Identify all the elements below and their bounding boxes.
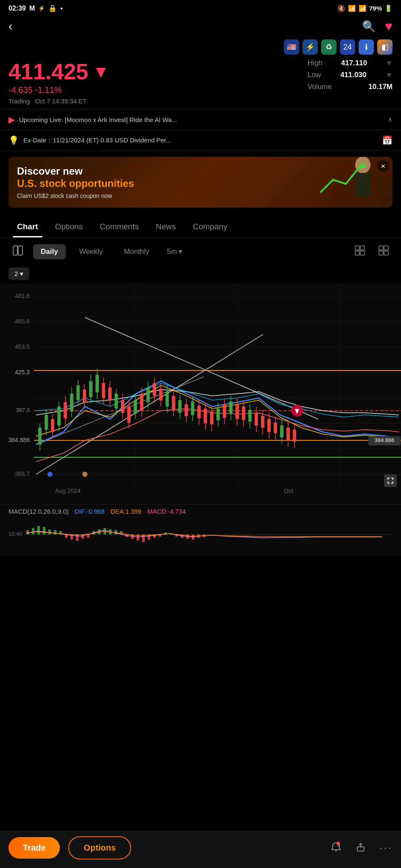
svg-rect-135	[54, 530, 56, 534]
weekly-button[interactable]: Weekly	[72, 244, 110, 259]
price-value: 411.425	[8, 59, 88, 84]
macd-chart-area: 10.40	[8, 517, 393, 551]
high-label: High	[308, 59, 322, 67]
tab-news[interactable]: News	[147, 218, 185, 237]
stat-row-volume: Volume 10.17M	[308, 83, 393, 91]
svg-text:465.6: 465.6	[15, 317, 30, 324]
more-button[interactable]: ···	[379, 841, 393, 854]
options-button[interactable]: Options	[68, 836, 131, 860]
exchange-icon-blue: ⚡	[303, 39, 318, 55]
email-icon: M	[29, 5, 35, 12]
trading-info: Trading Oct 7 14:39:34 ET	[8, 97, 393, 105]
chart-tabs: Chart Options Comments News Company	[0, 214, 401, 238]
tab-options[interactable]: Options	[47, 218, 91, 237]
svg-rect-132	[37, 526, 40, 534]
svg-point-125	[82, 472, 87, 477]
svg-text:Oct: Oct	[284, 487, 293, 494]
daily-button[interactable]: Daily	[33, 244, 66, 259]
stat-row-high: High 417.110 ▼	[308, 59, 393, 67]
search-icon[interactable]: 🔍	[362, 20, 376, 33]
stock-main-row: 411.425 ▼ -4.635 -1.11% High 417.110 ▼ L…	[8, 59, 393, 95]
mute-icon: 🔇	[337, 5, 345, 12]
svg-rect-5	[355, 246, 359, 250]
indicator-count-button[interactable]: 2 ▾	[8, 267, 29, 280]
stock-stats: High 417.110 ▼ Low 411.030 ▼ Volume 10.1…	[308, 59, 393, 91]
alert-button[interactable]	[330, 841, 342, 855]
calendar-icon[interactable]: 📅	[382, 135, 393, 145]
bottom-actions: ···	[330, 841, 393, 855]
live-banner[interactable]: ▶ Upcoming Live: [Moomoo x Ark Invest] R…	[0, 109, 401, 130]
volume-value: 10.17M	[368, 83, 393, 91]
more-icon: ···	[379, 841, 393, 854]
ad-figure	[316, 157, 384, 208]
indicator-controls: 2 ▾	[0, 266, 401, 284]
nav-icons: 🔍 ♥	[362, 19, 393, 33]
svg-text:397.0: 397.0	[16, 407, 30, 413]
monthly-button[interactable]: Monthly	[116, 244, 157, 259]
time-display: 02:39	[8, 5, 26, 12]
share-button[interactable]	[355, 841, 367, 855]
macd-title: MACD(12.0,26.0,9.0) DIF:-0.968 DEA:1.399…	[8, 508, 393, 515]
exchange-icon-us: 🇺🇸	[284, 39, 299, 55]
bulb-icon: 💡	[8, 135, 19, 145]
stat-row-low: Low 411.030 ▼	[308, 71, 393, 79]
exchange-icons: 🇺🇸 ⚡ ♻ 24 ℹ ◧	[8, 39, 393, 55]
price-chart: 481.8 465.6 453.5 425.3 397.0 384.886 36…	[0, 284, 401, 504]
svg-rect-4	[18, 246, 22, 255]
stock-change: -4.635 -1.11%	[8, 85, 109, 95]
macd-dea: DEA:1.399	[111, 508, 142, 515]
dropdown-arrow: ▾	[179, 247, 182, 256]
high-value: 417.110	[341, 59, 367, 67]
trading-status: Trading	[8, 97, 30, 105]
chart-controls: Daily Weekly Monthly 5m ▾	[0, 238, 401, 266]
stock-price: 411.425 ▼	[8, 59, 109, 84]
top-nav: ‹ 🔍 ♥	[0, 15, 401, 39]
svg-rect-1	[355, 173, 370, 196]
svg-rect-11	[379, 251, 383, 255]
svg-point-124	[48, 472, 53, 477]
compare-button[interactable]	[351, 243, 369, 260]
dividend-left: 💡 Ex-Date：11/21/2024 (ET) 0.83 USD Divid…	[8, 135, 171, 145]
favorite-icon[interactable]: ♥	[385, 19, 393, 33]
svg-rect-12	[384, 251, 388, 255]
svg-point-163	[335, 850, 337, 851]
ad-banner[interactable]: Discover new U.S. stock opportunities Cl…	[8, 157, 393, 208]
low-value: 411.030	[340, 71, 366, 79]
tab-comments[interactable]: Comments	[91, 218, 147, 237]
timeframe-value: 5m	[167, 248, 177, 256]
exchange-icon-info: ℹ	[359, 39, 374, 55]
chart-area: 481.8 465.6 453.5 425.3 397.0 384.886 36…	[0, 284, 401, 504]
battery-icon: 🔋	[384, 5, 393, 12]
chart-expand-button[interactable]	[384, 474, 397, 487]
svg-rect-10	[384, 246, 388, 250]
price-arrow: ▼	[93, 62, 109, 81]
svg-line-29	[85, 317, 318, 419]
tab-company[interactable]: Company	[184, 218, 236, 237]
stock-price-section: 411.425 ▼ -4.635 -1.11%	[8, 59, 109, 95]
layout-button[interactable]	[375, 243, 393, 260]
signal-icon: 📶	[359, 5, 367, 12]
volume-label: Volume	[308, 83, 332, 91]
svg-rect-6	[360, 246, 365, 250]
svg-text:481.8: 481.8	[15, 292, 30, 299]
activity-icon: ⚡	[38, 5, 45, 11]
trading-time: Oct 7 14:39:34 ET	[35, 97, 87, 105]
exchange-icon-split: ◧	[377, 39, 393, 55]
low-label: Low	[308, 71, 321, 79]
dividend-banner[interactable]: 💡 Ex-Date：11/21/2024 (ET) 0.83 USD Divid…	[0, 130, 401, 151]
tab-chart[interactable]: Chart	[8, 218, 47, 237]
back-button[interactable]: ‹	[8, 19, 12, 33]
exchange-icon-green: ♻	[321, 39, 337, 55]
macd-value: MACD:-4.734	[147, 508, 186, 515]
ad-close-button[interactable]: ✕	[377, 160, 389, 172]
timeframe-dropdown[interactable]: 5m ▾	[163, 244, 187, 259]
trade-button[interactable]: Trade	[8, 837, 60, 859]
svg-rect-3	[13, 246, 17, 255]
svg-rect-8	[360, 251, 365, 255]
svg-rect-9	[379, 246, 383, 250]
play-icon: ▶	[8, 114, 15, 125]
dot-icon: ●	[60, 6, 63, 11]
collapse-icon[interactable]: ∧	[388, 116, 393, 123]
panel-toggle-button[interactable]	[8, 243, 27, 261]
bottom-bar: Trade Options ···	[0, 831, 401, 868]
